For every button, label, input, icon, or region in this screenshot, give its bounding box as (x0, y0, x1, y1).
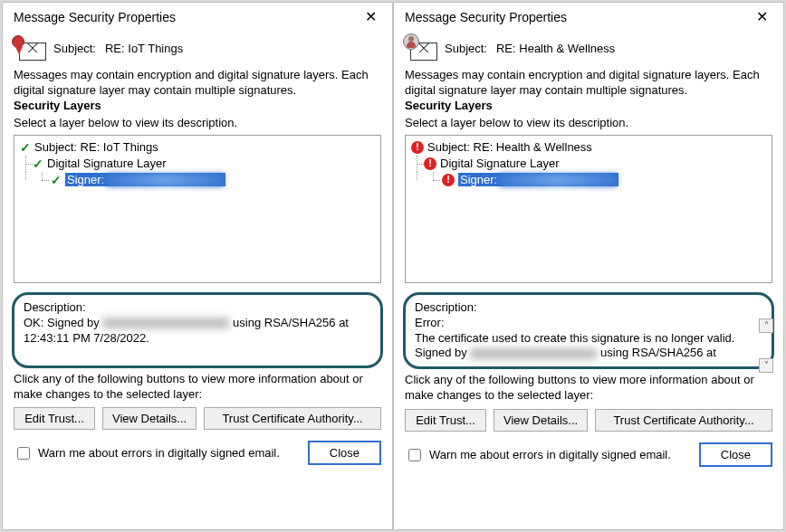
scroll-down-icon[interactable]: ˅ (759, 358, 773, 373)
subject-row: Subject: RE: Health & Wellness (394, 32, 783, 68)
tree-label: Digital Signature Layer (440, 157, 560, 170)
tree-label: Signer: (67, 173, 104, 186)
check-icon: ✓ (51, 175, 62, 185)
tree-row-subject[interactable]: ! Subject: RE: Health & Wellness (411, 139, 766, 156)
tree-row-signer[interactable]: ! Signer: (411, 172, 766, 188)
redacted-signer (106, 174, 224, 186)
description-block: Description: OK: Signed by using RSA/SHA… (12, 292, 383, 368)
titlebar: Message Security Properties ✕ (394, 3, 783, 32)
edit-trust-button[interactable]: Edit Trust... (14, 407, 95, 430)
error-icon: ! (411, 141, 424, 154)
warn-checkbox[interactable]: Warn me about errors in digitally signed… (14, 444, 280, 462)
tree-label: Subject: RE: IoT Things (34, 140, 158, 154)
tree-row-siglayer[interactable]: ! Digital Signature Layer (411, 156, 766, 172)
titlebar: Message Security Properties ✕ (3, 3, 392, 32)
warn-checkbox-input[interactable] (408, 449, 421, 461)
layers-tree[interactable]: ! Subject: RE: Health & Wellness ! Digit… (405, 135, 772, 283)
redacted-signer (499, 174, 617, 186)
error-icon: ! (442, 174, 455, 186)
tree-row-siglayer[interactable]: ✓ Digital Signature Layer (20, 156, 375, 172)
subject-label: Subject: (53, 42, 96, 55)
intro-text: Messages may contain encryption and digi… (3, 68, 392, 99)
buttons-note: Click any of the following buttons to vi… (394, 373, 783, 404)
close-icon[interactable]: ✕ (358, 8, 383, 26)
layers-heading: Security Layers (394, 99, 783, 114)
buttons-note: Click any of the following buttons to vi… (3, 372, 392, 403)
description-block: Description: Error: The certificate used… (403, 292, 774, 370)
warn-checkbox-label: Warn me about errors in digitally signed… (429, 448, 671, 461)
description-body: Error: The certificate used to create th… (415, 316, 762, 362)
subject-value: RE: Health & Wellness (496, 42, 615, 55)
intro-text: Messages may contain encryption and digi… (394, 68, 783, 99)
layers-hint: Select a layer below to view its descrip… (3, 114, 392, 133)
footer-row: Warn me about errors in digitally signed… (3, 437, 392, 474)
layers-heading: Security Layers (3, 99, 392, 114)
description-scrollbar[interactable]: ˄ ˅ (759, 318, 773, 373)
tree-label: Signer: (460, 173, 497, 186)
edit-trust-button[interactable]: Edit Trust... (405, 409, 486, 432)
stage: Message Security Properties ✕ Subject: R… (0, 0, 786, 532)
trust-ca-button[interactable]: Trust Certificate Authority... (204, 407, 381, 430)
tree-label: Subject: RE: Health & Wellness (427, 140, 592, 154)
check-icon: ✓ (20, 142, 31, 153)
view-details-button[interactable]: View Details... (494, 409, 588, 432)
close-icon[interactable]: ✕ (749, 8, 774, 26)
description-body: OK: Signed by using RSA/SHA256 at 12:43:… (24, 316, 371, 347)
description-label: Description: (415, 300, 762, 314)
button-row: Edit Trust... View Details... Trust Cert… (3, 402, 392, 437)
footer-row: Warn me about errors in digitally signed… (394, 439, 783, 476)
redacted-email (102, 318, 229, 328)
layers-tree[interactable]: ✓ Subject: RE: IoT Things ✓ Digital Sign… (14, 135, 381, 283)
scroll-up-icon[interactable]: ˄ (759, 318, 773, 333)
envelope-ribbon-icon (14, 35, 46, 61)
layers-hint: Select a layer below to view its descrip… (394, 114, 783, 133)
subject-value: RE: IoT Things (105, 42, 183, 55)
warn-checkbox[interactable]: Warn me about errors in digitally signed… (405, 446, 671, 464)
warn-checkbox-input[interactable] (17, 447, 30, 460)
close-button[interactable]: Close (699, 442, 772, 467)
subject-label: Subject: (445, 42, 487, 55)
tree-row-subject[interactable]: ✓ Subject: RE: IoT Things (20, 139, 375, 156)
close-button[interactable]: Close (308, 441, 381, 465)
envelope-person-icon (405, 35, 437, 61)
window-title: Message Security Properties (405, 10, 567, 24)
button-row: Edit Trust... View Details... Trust Cert… (394, 404, 783, 439)
dialog-left: Message Security Properties ✕ Subject: R… (2, 2, 393, 530)
tree-label: Digital Signature Layer (47, 157, 167, 170)
warn-checkbox-label: Warn me about errors in digitally signed… (38, 446, 280, 460)
window-title: Message Security Properties (14, 10, 176, 24)
view-details-button[interactable]: View Details... (102, 407, 196, 430)
redacted-email (470, 348, 597, 359)
description-label: Description: (24, 300, 371, 314)
error-icon: ! (424, 157, 436, 170)
tree-row-signer[interactable]: ✓ Signer: (20, 172, 375, 188)
dialog-right: Message Security Properties ✕ Subject: R… (393, 2, 784, 530)
trust-ca-button[interactable]: Trust Certificate Authority... (595, 409, 772, 432)
subject-row: Subject: RE: IoT Things (3, 32, 392, 68)
check-icon: ✓ (33, 158, 43, 169)
